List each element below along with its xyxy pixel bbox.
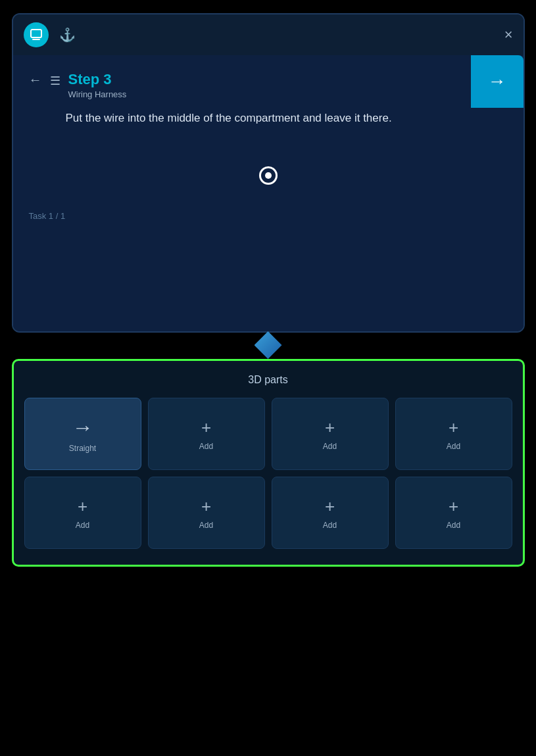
anchor-icon: ⚓ [59,27,76,43]
next-button[interactable]: → [471,55,524,108]
part-item-add-3[interactable]: + Add [395,398,512,470]
add-icon-6: + [325,496,335,517]
svg-rect-0 [31,30,41,37]
task-counter: Task 1 / 1 [29,211,508,221]
part-label-add-7: Add [447,521,460,530]
part-item-add-6[interactable]: + Add [272,477,389,549]
step-content: → ← ☰ Step 3 Wiring Harness Put the wire… [13,55,524,331]
part-item-add-7[interactable]: + Add [395,477,512,549]
add-icon-2: + [325,417,335,438]
part-label-add-6: Add [323,521,337,530]
part-label-add-2: Add [323,442,337,451]
part-label-add-5: Add [199,521,213,530]
step-title-group: Step 3 Wiring Harness [68,71,127,99]
app-container: ⚓ × → ← ☰ Step 3 Wiring Harness Put the … [12,13,525,567]
step-title: Step 3 [68,71,127,88]
part-item-add-1[interactable]: + Add [148,398,265,470]
target-indicator [29,166,508,185]
next-arrow-icon: → [488,71,506,92]
add-icon-1: + [201,417,211,438]
target-dot-inner [265,172,272,179]
connector-shape [255,331,282,359]
step-subtitle: Wiring Harness [68,89,127,99]
part-item-add-5[interactable]: + Add [148,477,265,549]
back-button[interactable]: ← [29,72,42,87]
straight-arrow-icon: → [72,415,93,440]
add-icon-4: + [78,496,87,517]
title-bar: ⚓ × [13,14,524,55]
app-icon [24,22,49,47]
part-label-straight: Straight [69,444,96,453]
part-label-add-3: Add [447,442,460,451]
part-item-add-4[interactable]: + Add [24,477,141,549]
panel-title: 3D parts [24,374,512,386]
part-item-straight[interactable]: → Straight [24,398,141,470]
parts-grid: → Straight + Add + Add + Add + Add + [24,398,512,549]
close-button[interactable]: × [504,26,513,43]
add-icon-7: + [449,496,458,517]
target-dot [259,166,278,185]
step-nav: ← ☰ Step 3 Wiring Harness [29,71,508,99]
step-description: Put the wire into the middle of the comp… [66,110,408,127]
bottom-panel: 3D parts → Straight + Add + Add + Add + [12,359,525,567]
part-label-add-1: Add [199,442,213,451]
top-window: ⚓ × → ← ☰ Step 3 Wiring Harness Put the … [12,13,525,333]
svg-rect-1 [32,39,40,40]
part-label-add-4: Add [76,521,89,530]
part-item-add-2[interactable]: + Add [272,398,389,470]
add-icon-3: + [449,417,458,438]
connector [253,331,284,363]
list-icon: ☰ [50,74,61,88]
add-icon-5: + [201,496,211,517]
